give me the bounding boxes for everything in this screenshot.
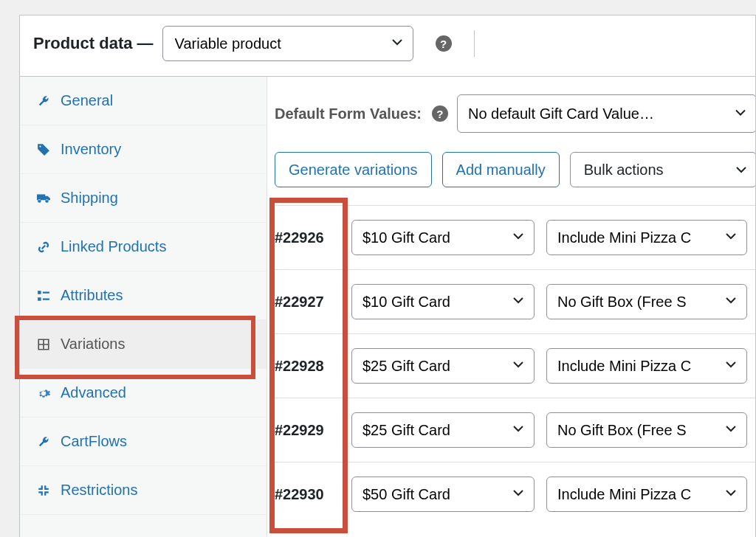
sidebar-item-label: CartFlows (61, 433, 127, 450)
sidebar-item-label: Variations (61, 336, 125, 353)
variation-row[interactable]: #22927 $10 Gift Card No Gift Box (Free S (275, 269, 755, 333)
main-content: Default Form Values: ? No default Gift C… (267, 77, 755, 537)
bulk-actions-select[interactable]: Bulk actions (570, 152, 755, 187)
variation-value-select[interactable]: $25 Gift Card (351, 348, 535, 384)
product-data-panel: Product data — Variable product ? Genera… (19, 15, 756, 537)
bulk-actions-label: Bulk actions (584, 162, 664, 179)
sidebar-item-restrictions[interactable]: Restrictions (20, 466, 267, 515)
sidebar-item-label: General (61, 92, 113, 109)
variation-box-select[interactable]: No Gift Box (Free S (546, 284, 747, 319)
chevron-down-icon (735, 164, 747, 176)
sidebar-item-label: Advanced (61, 384, 126, 401)
variation-row[interactable]: #22928 $25 Gift Card Include Mini Pizza … (275, 333, 755, 398)
variation-row[interactable]: #22930 $50 Gift Card Include Mini Pizza … (275, 462, 755, 526)
generate-variations-button[interactable]: Generate variations (275, 152, 432, 187)
variation-id: #22929 (275, 422, 340, 439)
tag-icon (36, 142, 51, 157)
default-form-values-row: Default Form Values: ? No default Gift C… (267, 94, 755, 152)
variation-box-select[interactable]: Include Mini Pizza C (546, 477, 747, 512)
gear-icon (36, 386, 51, 401)
variation-box-select[interactable]: Include Mini Pizza C (546, 348, 747, 384)
variation-value-select[interactable]: $25 Gift Card (351, 412, 535, 448)
product-type-select[interactable]: Variable product (162, 26, 413, 61)
variation-box-select[interactable]: No Gift Box (Free S (546, 412, 747, 448)
compress-icon (36, 483, 51, 498)
panel-title: Product data — (33, 34, 154, 53)
sidebar-item-shipping[interactable]: Shipping (20, 174, 267, 223)
sidebar-item-label: Attributes (61, 287, 123, 304)
action-buttons-row: Generate variations Add manually Bulk ac… (267, 152, 755, 205)
default-form-label: Default Form Values: (275, 105, 422, 122)
sidebar-item-general[interactable]: General (20, 77, 267, 125)
sidebar-item-attributes[interactable]: Attributes (20, 271, 267, 320)
variation-id: #22928 (275, 358, 340, 375)
list-icon (36, 288, 51, 303)
help-icon[interactable]: ? (432, 105, 448, 122)
link-icon (36, 240, 51, 254)
sidebar-item-inventory[interactable]: Inventory (20, 125, 267, 174)
add-manually-button[interactable]: Add manually (442, 152, 560, 187)
default-form-select[interactable]: No default Gift Card Value… (457, 94, 755, 133)
help-icon[interactable]: ? (436, 35, 452, 52)
variation-id: #22930 (275, 486, 340, 503)
variation-value-select[interactable]: $10 Gift Card (351, 220, 535, 255)
variation-box-select[interactable]: Include Mini Pizza C (546, 220, 747, 255)
sidebar-item-linked-products[interactable]: Linked Products (20, 223, 267, 271)
wrench-icon (36, 434, 51, 449)
divider (474, 30, 475, 57)
sidebar-item-label: Restrictions (61, 482, 137, 499)
variation-value-select[interactable]: $10 Gift Card (351, 284, 535, 319)
panel-header: Product data — Variable product ? (20, 15, 755, 77)
variation-id: #22926 (275, 229, 340, 246)
variation-row[interactable]: #22929 $25 Gift Card No Gift Box (Free S (275, 398, 755, 462)
variation-id: #22927 (275, 294, 340, 311)
sidebar-item-label: Inventory (61, 141, 121, 158)
sidebar: General Inventory Shipping Linked Produc… (20, 77, 267, 537)
sidebar-item-advanced[interactable]: Advanced (20, 369, 267, 418)
variation-value-select[interactable]: $50 Gift Card (351, 477, 535, 512)
variation-row[interactable]: #22926 $10 Gift Card Include Mini Pizza … (275, 205, 755, 269)
variations-list: #22926 $10 Gift Card Include Mini Pizza … (267, 205, 755, 526)
wrench-icon (36, 94, 51, 108)
panel-body: General Inventory Shipping Linked Produc… (20, 77, 755, 537)
sidebar-item-label: Shipping (61, 190, 118, 207)
sidebar-item-variations[interactable]: Variations (20, 320, 267, 369)
sidebar-item-label: Linked Products (61, 238, 166, 255)
sidebar-item-cartflows[interactable]: CartFlows (20, 418, 267, 466)
truck-icon (36, 191, 51, 206)
grid-icon (36, 337, 51, 352)
